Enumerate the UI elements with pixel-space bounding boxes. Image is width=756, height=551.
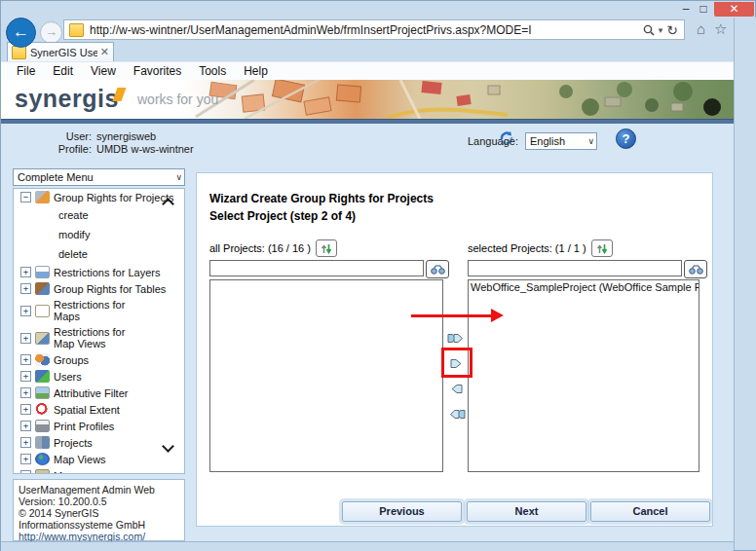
all-projects-filter-input[interactable]	[209, 260, 424, 276]
language-select[interactable]: English ∨	[525, 132, 597, 150]
tree-item-label[interactable]: Print Profiles	[54, 421, 114, 432]
sort-icon[interactable]	[591, 239, 613, 257]
expand-icon[interactable]: +	[20, 404, 31, 415]
tree-item-label[interactable]: Projects	[54, 437, 93, 449]
menu-file[interactable]: File	[17, 64, 35, 78]
footer-app-name: UserManagement Admin Web	[19, 484, 179, 496]
menu-tools[interactable]: Tools	[199, 64, 226, 78]
tree-item[interactable]: +Attributive Filter	[14, 385, 184, 401]
tree-item[interactable]: modify	[14, 225, 184, 244]
search-dropdown-icon[interactable]: ▾	[659, 25, 663, 35]
expand-icon[interactable]: +	[20, 354, 31, 365]
minimize-button[interactable]: –	[677, 2, 695, 17]
menu-favorites[interactable]: Favorites	[133, 64, 181, 78]
home-icon[interactable]: ⌂	[697, 20, 705, 38]
tab-title[interactable]: SynerGIS Usermanagement ...	[30, 47, 97, 58]
footer-company: Informationssysteme GmbH	[19, 519, 179, 531]
address-bar-row: ← → http://w-ws-wintner/UserManagementAd…	[1, 18, 755, 42]
cancel-button[interactable]: Cancel	[590, 501, 710, 522]
expand-icon[interactable]: +	[20, 387, 31, 398]
search-icon[interactable]	[643, 24, 655, 36]
tree-item-label[interactable]: Restrictions for Map Views	[54, 326, 125, 349]
sort-icon[interactable]	[316, 239, 337, 257]
expand-icon[interactable]: +	[20, 421, 31, 431]
tree-item[interactable]: +Groups	[14, 351, 184, 368]
url-bar[interactable]: http://w-ws-wintner/UserManagementAdminW…	[63, 19, 685, 40]
url-text[interactable]: http://w-ws-wintner/UserManagementAdminW…	[90, 23, 643, 37]
binoculars-filter-icon[interactable]	[684, 260, 707, 278]
tree-item-label[interactable]: Restrictions for Maps	[54, 299, 125, 322]
tree-item-label[interactable]: Map Views	[54, 454, 106, 465]
forward-button[interactable]: →	[40, 21, 62, 44]
expand-icon[interactable]: +	[20, 283, 31, 294]
tree-item[interactable]: +Restrictions for Maps	[14, 297, 184, 324]
page-content: User: synergisweb Profile: UMDB w-ws-win…	[1, 124, 734, 541]
tab-close-icon[interactable]: ✕	[100, 46, 109, 58]
sidebar-menu-select[interactable]: Complete Menu ∨	[13, 168, 185, 186]
language-label: Language:	[468, 135, 518, 147]
wizard-subtitle: Select Project (step 2 of 4)	[209, 209, 356, 223]
expand-icon[interactable]: +	[20, 306, 31, 316]
selected-projects-filter-input[interactable]	[468, 260, 682, 276]
tree-item-label[interactable]: Group Rights for Projects	[54, 192, 174, 203]
tree-item-label[interactable]: delete	[58, 248, 88, 260]
tree-item-label[interactable]: Attributive Filter	[54, 387, 128, 399]
previous-button[interactable]: Previous	[342, 501, 462, 522]
menu-help[interactable]: Help	[244, 64, 268, 78]
tree-item[interactable]: +Users	[14, 368, 184, 385]
tree-item[interactable]: +Maps	[14, 467, 184, 474]
selected-projects-label: selected Projects: (1 / 1 )	[468, 242, 586, 254]
menu-view[interactable]: View	[91, 64, 116, 78]
move-all-left-button[interactable]	[446, 406, 468, 422]
expand-icon[interactable]: +	[20, 371, 31, 382]
binoculars-filter-icon[interactable]	[426, 260, 449, 278]
menu-edit[interactable]: Edit	[53, 64, 73, 78]
annotation-arrow	[411, 314, 493, 317]
maximize-button[interactable]: □	[695, 2, 712, 17]
help-icon[interactable]: ?	[616, 129, 636, 149]
back-button[interactable]: ←	[6, 18, 36, 48]
favorites-star-icon[interactable]: ☆	[714, 20, 727, 38]
collapse-icon[interactable]: −	[20, 192, 31, 202]
scroll-up-icon[interactable]	[163, 197, 173, 206]
tree-item[interactable]: −Group Rights for Projects	[14, 189, 184, 205]
move-all-right-button[interactable]	[446, 330, 468, 347]
title-bar: – □ ✕	[1, 1, 755, 18]
expand-icon[interactable]: +	[20, 454, 31, 464]
tree-item[interactable]: +Restrictions for Layers	[14, 264, 184, 280]
tree-item-label[interactable]: Users	[54, 371, 82, 383]
refresh-icon[interactable]: ↻	[666, 22, 678, 38]
tree-item[interactable]: +Restrictions for Map Views	[14, 324, 184, 351]
expand-icon[interactable]: +	[20, 267, 31, 277]
tree-item-label[interactable]: Spatial Extent	[54, 404, 120, 416]
map-views-icon	[35, 453, 50, 465]
sidebar-menu-select-value: Complete Menu	[18, 171, 94, 183]
tree-item-label[interactable]: Groups	[54, 354, 89, 366]
tree-item[interactable]: +Projects	[14, 434, 184, 451]
user-label: User:	[19, 130, 92, 143]
tree-item[interactable]: +Group Rights for Tables	[14, 280, 184, 297]
expand-icon[interactable]: +	[20, 437, 31, 448]
move-left-button[interactable]	[446, 381, 468, 397]
next-button[interactable]: Next	[467, 501, 586, 522]
tree-item-label[interactable]: Restrictions for Layers	[54, 267, 160, 278]
tree-item[interactable]: delete	[14, 244, 184, 264]
close-button[interactable]: ✕	[714, 2, 754, 17]
tree-item-label[interactable]: create	[58, 209, 89, 221]
expand-icon[interactable]: +	[20, 333, 31, 344]
lock-user-icon	[35, 191, 50, 203]
chevron-down-icon: ∨	[171, 172, 182, 182]
tree-item[interactable]: create	[14, 205, 184, 225]
expand-icon[interactable]: +	[20, 470, 31, 474]
tree-item[interactable]: +Spatial Extent	[14, 401, 184, 418]
tree-item[interactable]: +Print Profiles	[14, 418, 184, 434]
all-projects-listbox[interactable]	[209, 279, 443, 472]
tree-item-label[interactable]: modify	[58, 229, 90, 240]
scroll-down-icon[interactable]	[163, 443, 173, 453]
table-user-icon	[35, 282, 50, 295]
tree-item[interactable]: +Map Views	[14, 451, 184, 467]
annotation-highlight-box	[441, 348, 472, 378]
list-item[interactable]: WebOffice_SampleProject (WebOffice Sampl…	[469, 280, 699, 294]
tree-item-label[interactable]: Group Rights for Tables	[54, 283, 166, 295]
tree-item-label[interactable]: Maps	[54, 470, 80, 475]
